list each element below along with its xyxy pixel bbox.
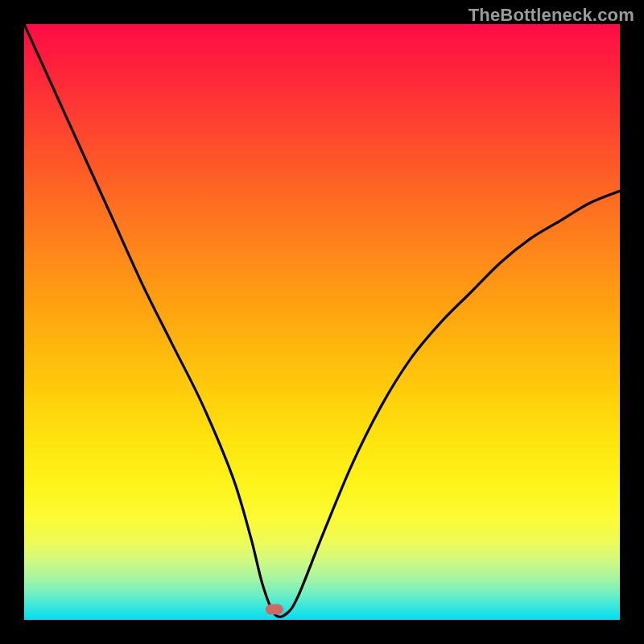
bottleneck-curve [24, 24, 620, 620]
chart-frame: TheBottleneck.com [0, 0, 644, 644]
watermark-text: TheBottleneck.com [469, 5, 634, 26]
optimal-point-marker [266, 604, 283, 614]
plot-area [24, 24, 620, 620]
